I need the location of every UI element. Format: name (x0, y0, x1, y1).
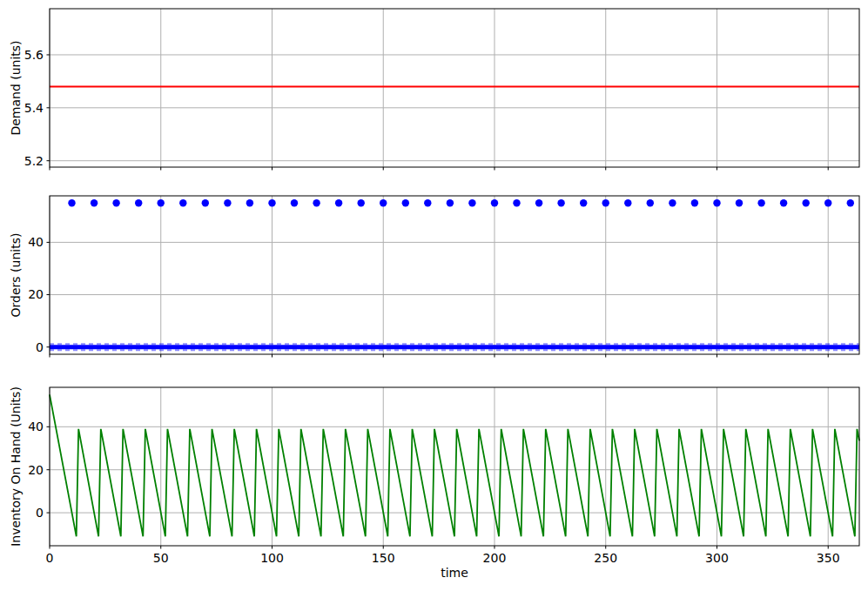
order-marker (68, 199, 75, 206)
y-tick-label: 40 (28, 235, 44, 249)
ylabel-orders: Orders (units) (9, 233, 23, 318)
order-marker (135, 199, 142, 206)
order-marker (602, 199, 609, 206)
y-tick-label: 5.6 (24, 48, 44, 62)
y-tick-label: 0 (36, 506, 44, 520)
order-marker (736, 199, 743, 206)
x-tick-label: 0 (46, 551, 54, 565)
x-tick-label: 150 (372, 551, 395, 565)
x-tick-label: 350 (817, 551, 840, 565)
order-marker (557, 199, 564, 206)
x-tick-label: 50 (153, 551, 169, 565)
order-marker (246, 199, 253, 206)
order-marker (158, 199, 165, 206)
order-marker (824, 199, 831, 206)
y-tick-label: 5.4 (24, 101, 44, 115)
x-tick-label: 100 (260, 551, 284, 565)
ylabel-demand: Demand (units) (9, 40, 23, 135)
zero-order-days-band (50, 344, 859, 350)
order-marker (268, 199, 275, 206)
order-marker (713, 199, 720, 206)
order-marker (669, 199, 676, 206)
subplot-demand: 5.25.45.6 (24, 9, 859, 171)
order-marker (380, 199, 387, 206)
order-marker (691, 199, 698, 206)
order-marker (112, 199, 119, 206)
y-tick-label: 20 (28, 463, 44, 477)
order-marker (535, 199, 542, 206)
order-marker (224, 199, 231, 206)
order-marker (402, 199, 409, 206)
order-marker (647, 199, 654, 206)
order-marker (179, 199, 186, 206)
subplots-canvas: 5.25.45.60204002040050100150200250300350 (0, 0, 868, 591)
y-tick-label: 40 (28, 420, 44, 433)
plot-area (50, 196, 859, 354)
order-marker (491, 199, 498, 206)
order-marker (291, 199, 298, 206)
order-marker (847, 199, 854, 206)
order-marker (580, 199, 587, 206)
order-marker (780, 199, 787, 206)
subplot-inventory: 02040050100150200250300350 (28, 387, 859, 565)
x-tick-label: 300 (705, 551, 729, 565)
subplot-orders: 02040 (28, 196, 859, 358)
order-marker (202, 199, 209, 206)
order-marker (468, 199, 475, 206)
ylabel-inventory: Inventory On Hand (Units) (9, 386, 23, 547)
order-marker (803, 199, 810, 206)
order-marker (757, 199, 764, 206)
y-tick-label: 20 (28, 287, 44, 301)
order-marker (513, 199, 520, 206)
plot-area (50, 9, 859, 167)
order-marker (447, 199, 454, 206)
figure: 5.25.45.60204002040050100150200250300350… (0, 0, 868, 591)
order-marker (313, 199, 320, 206)
xlabel-time: time (50, 566, 859, 580)
x-tick-label: 200 (483, 551, 507, 565)
order-marker (358, 199, 365, 206)
x-tick-label: 250 (594, 551, 617, 565)
order-marker (335, 199, 342, 206)
order-marker (624, 199, 631, 206)
order-marker (91, 199, 98, 206)
order-marker (424, 199, 431, 206)
y-tick-label: 5.2 (24, 154, 44, 168)
y-tick-label: 0 (36, 340, 44, 354)
